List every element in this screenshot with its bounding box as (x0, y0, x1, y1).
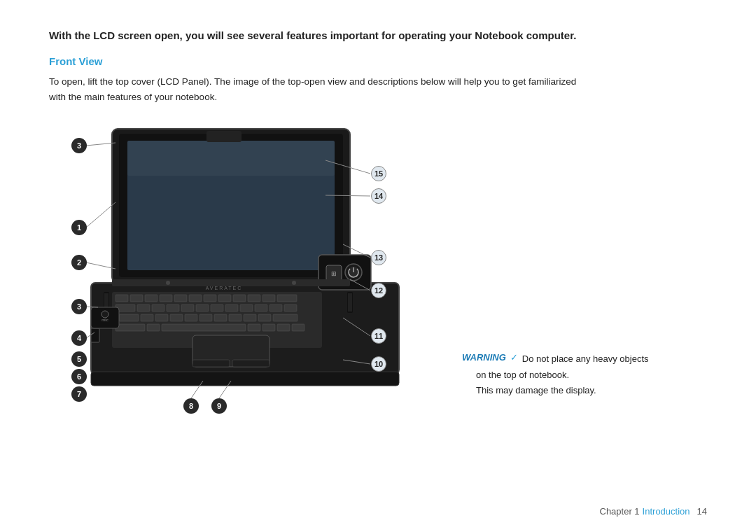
svg-point-74 (292, 281, 296, 285)
main-title: With the LCD screen open, you will see s… (49, 28, 623, 43)
section-heading: Front View (49, 55, 707, 67)
svg-rect-40 (244, 314, 256, 321)
svg-rect-39 (229, 314, 241, 321)
svg-rect-26 (211, 304, 223, 312)
svg-rect-11 (160, 295, 172, 302)
footer: Chapter 1 Introduction 14 (600, 506, 708, 517)
svg-rect-29 (255, 304, 267, 312)
footer-chapter-label: Chapter 1 (600, 506, 640, 517)
laptop-diagram: AVERATEC mic (49, 118, 441, 426)
svg-text:AVERATEC: AVERATEC (206, 286, 243, 290)
page: With the LCD screen open, you will see s… (0, 0, 756, 532)
svg-point-73 (166, 281, 170, 285)
svg-rect-24 (181, 304, 194, 312)
warning-box: WARNING ✓ Do not place any heavy objects… (462, 352, 707, 398)
svg-rect-28 (240, 304, 253, 312)
warning-label: WARNING (462, 352, 506, 363)
svg-rect-5 (206, 131, 241, 142)
svg-rect-48 (277, 324, 290, 331)
svg-rect-32 (119, 314, 139, 321)
svg-rect-19 (277, 295, 297, 302)
svg-rect-3 (127, 141, 335, 176)
svg-rect-41 (258, 314, 271, 321)
svg-rect-45 (162, 324, 246, 331)
svg-rect-9 (130, 295, 143, 302)
svg-rect-44 (147, 324, 160, 331)
svg-rect-52 (232, 360, 270, 367)
svg-text:mic: mic (102, 318, 108, 322)
svg-rect-72 (112, 279, 350, 286)
warning-line2: on the top of notebook. (462, 368, 707, 383)
svg-rect-8 (115, 295, 128, 302)
svg-point-66 (102, 311, 108, 318)
svg-rect-17 (248, 295, 260, 302)
svg-rect-36 (185, 314, 197, 321)
svg-rect-35 (170, 314, 183, 321)
svg-rect-49 (292, 324, 304, 331)
footer-page-number: 14 (697, 506, 707, 517)
svg-rect-13 (189, 295, 202, 302)
svg-rect-31 (284, 304, 297, 312)
svg-rect-34 (155, 314, 168, 321)
warning-line3: This may damage the display. (462, 384, 707, 398)
svg-rect-12 (174, 295, 187, 302)
svg-rect-16 (233, 295, 246, 302)
svg-rect-38 (214, 314, 227, 321)
svg-rect-46 (248, 324, 260, 331)
svg-rect-33 (141, 314, 153, 321)
svg-rect-15 (218, 295, 231, 302)
svg-rect-25 (196, 304, 209, 312)
right-panel: WARNING ✓ Do not place any heavy objects… (462, 118, 707, 426)
warning-check: ✓ (510, 352, 518, 363)
svg-rect-14 (204, 295, 216, 302)
svg-rect-22 (152, 304, 164, 312)
footer-chapter-name: Introduction (643, 506, 690, 517)
svg-rect-37 (200, 314, 212, 321)
warning-line1: Do not place any heavy objects (522, 352, 649, 367)
svg-rect-23 (167, 304, 179, 312)
svg-rect-21 (137, 304, 150, 312)
svg-rect-63 (91, 328, 99, 342)
svg-rect-62 (91, 372, 399, 386)
svg-rect-42 (273, 314, 298, 321)
svg-rect-30 (270, 304, 282, 312)
svg-text:⊞: ⊞ (331, 270, 337, 277)
svg-rect-51 (192, 360, 230, 367)
intro-text: To open, lift the top cover (LCD Panel).… (49, 74, 595, 104)
svg-rect-43 (115, 324, 145, 331)
svg-rect-27 (225, 304, 238, 312)
svg-rect-18 (262, 295, 275, 302)
svg-rect-10 (145, 295, 158, 302)
svg-rect-47 (262, 324, 275, 331)
content-area: AVERATEC mic (49, 118, 707, 426)
